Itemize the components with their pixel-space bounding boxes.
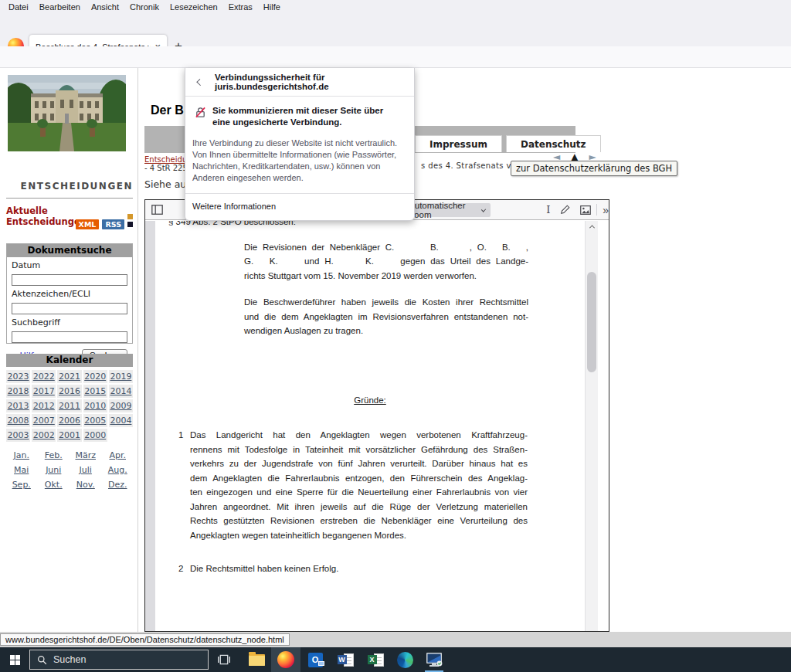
pdf-text-line: Die Rechtsmittel haben keinen Erfolg. <box>190 562 528 576</box>
calendar-year-link[interactable]: 2012 <box>32 399 56 412</box>
pdf-text-selection-tool[interactable]: I <box>546 205 550 215</box>
computer-icon <box>425 652 443 668</box>
calendar-year-link[interactable]: 2001 <box>57 429 81 442</box>
firefox-taskbar-button[interactable] <box>271 647 300 672</box>
search-field: Datum <box>7 257 132 286</box>
pdf-text-line: verkehrs zu der Jugendstrafe von fünf Ja… <box>190 456 528 471</box>
outlook-taskbar-button[interactable]: O <box>300 647 330 672</box>
calendar-year-link[interactable]: 2018 <box>6 385 30 398</box>
task-view-button[interactable] <box>209 647 239 672</box>
calendar-year-link[interactable]: 2009 <box>109 399 133 412</box>
calendar-year-link[interactable]: 2022 <box>32 370 56 383</box>
file-explorer-button[interactable] <box>242 647 271 672</box>
windows-taskbar: Suchen O W X <box>0 647 791 672</box>
pdf-text-line: dem Angeklagten die Fahrerlaubnis entzog… <box>190 471 528 486</box>
site-tab[interactable]: Datenschutz <box>506 135 601 152</box>
calendar-year-link[interactable]: 2003 <box>6 429 30 442</box>
calendar-month-link[interactable]: Juli <box>70 463 101 477</box>
datenschutz-tooltip: zur Datenschutzerklärung des BGH <box>511 161 677 176</box>
calendar-year-link[interactable]: 2004 <box>109 414 133 427</box>
search-icon <box>37 655 47 665</box>
pdf-scrollbar[interactable] <box>585 221 598 631</box>
calendar-year-link[interactable]: 2011 <box>57 399 81 412</box>
scrollbar-up-arrow[interactable] <box>586 221 598 232</box>
scrollbar-thumb[interactable] <box>587 272 596 372</box>
menu-item[interactable]: Extras <box>223 1 258 13</box>
calendar-year-link[interactable]: 2006 <box>57 414 81 427</box>
rss-feed-badge[interactable]: RSS <box>102 219 124 229</box>
pdf-text-line: und die dem Angeklagten im Revisionsverf… <box>244 310 528 324</box>
calendar-year-link[interactable]: 2007 <box>32 414 56 427</box>
menu-item[interactable]: Hilfe <box>258 1 286 13</box>
pdf-zoom-select[interactable]: Automatischer Zoom <box>403 203 491 217</box>
calendar-month-link[interactable]: Jan. <box>6 449 37 462</box>
toolbar-separator <box>596 204 597 216</box>
menu-item[interactable]: Lesezeichen <box>165 1 223 13</box>
more-information-link[interactable]: Weitere Informationen <box>185 194 414 220</box>
task-view-icon <box>218 654 230 665</box>
start-button[interactable] <box>0 647 29 672</box>
sidebar-rule <box>6 198 133 199</box>
paragraph-number: 1 <box>155 428 190 542</box>
calendar-year-link[interactable]: 2010 <box>83 399 107 412</box>
document-search-panel: Dokumentsuche Datum Aktenzeichen/ECLI Su… <box>6 243 133 344</box>
calendar-month-link[interactable]: Nov. <box>70 478 101 491</box>
calendar-month-link[interactable]: Sep. <box>6 478 37 491</box>
pdf-left-gutter <box>145 221 155 631</box>
xml-feed-badge[interactable]: XML <box>76 219 100 229</box>
calendar-year-link[interactable]: 2002 <box>32 429 56 442</box>
bgh-building-photo <box>8 75 126 151</box>
pdf-draw-tool[interactable] <box>560 205 570 215</box>
back-chevron-icon[interactable] <box>196 78 203 85</box>
search-field-input[interactable] <box>12 274 127 286</box>
calendar-month-link[interactable]: Feb. <box>39 449 70 462</box>
calendar-month-link[interactable]: März <box>70 449 101 462</box>
menu-item[interactable]: Chronik <box>124 1 165 13</box>
edge-icon <box>397 652 413 668</box>
excel-taskbar-button[interactable]: X <box>361 647 390 672</box>
calendar-month-link[interactable]: Okt. <box>39 478 70 491</box>
remote-desktop-taskbar-button[interactable] <box>419 647 449 672</box>
calendar-year-link[interactable]: 2019 <box>109 370 133 383</box>
site-tab[interactable]: Impressum <box>415 135 502 152</box>
outlook-icon: O <box>308 653 323 667</box>
calendar-title: Kalender <box>6 354 133 367</box>
calendar-year-link[interactable]: 2000 <box>83 429 107 442</box>
calendar-year-link[interactable]: 2014 <box>109 385 133 398</box>
document-title-fragment: s des 4. Strafsenats vo <box>421 161 516 170</box>
calendar-year-link[interactable]: 2023 <box>6 370 30 383</box>
windows-logo-icon <box>10 655 20 665</box>
calendar-year-link[interactable]: 2021 <box>57 370 81 383</box>
calendar-month-link[interactable]: Dez. <box>103 478 134 491</box>
document-search-title: Dokumentsuche <box>7 244 132 257</box>
pdf-image-tool[interactable] <box>580 205 591 215</box>
calendar-month-link[interactable]: Juni <box>39 463 70 477</box>
pdf-more-tools-button[interactable]: » <box>603 205 609 216</box>
calendar-year-link[interactable]: 2016 <box>57 385 81 398</box>
calendar-month-link[interactable]: Apr. <box>103 449 134 462</box>
search-field-input[interactable] <box>12 331 127 343</box>
calendar-month-link[interactable]: Mai <box>6 463 37 477</box>
taskbar-search-box[interactable]: Suchen <box>29 650 209 670</box>
calendar-year-link[interactable]: 2020 <box>83 370 107 383</box>
pdf-text-line: Die Beschwerdeführer haben jeweils die K… <box>244 295 528 310</box>
tab-bar: Beschluss des 4. Strafsenats vom 17. × + <box>0 14 791 46</box>
pdf-sidebar-toggle-button[interactable] <box>151 205 163 215</box>
calendar-year-link[interactable]: 2008 <box>6 414 30 427</box>
search-field: Suchbegriff <box>7 314 132 343</box>
menu-item[interactable]: Ansicht <box>86 1 124 13</box>
calendar-year-link[interactable]: 2015 <box>83 385 107 398</box>
edge-taskbar-button[interactable] <box>390 647 419 672</box>
word-taskbar-button[interactable]: W <box>331 647 360 672</box>
calendar-year-link[interactable]: 2013 <box>6 399 30 412</box>
calendar-year-link[interactable]: 2017 <box>32 385 56 398</box>
menu-item[interactable]: Datei <box>3 1 34 13</box>
calendar-month-link[interactable]: Aug. <box>103 463 134 477</box>
search-field-input[interactable] <box>12 303 127 314</box>
menu-item[interactable]: Bearbeiten <box>34 1 86 13</box>
pdf-gruende-heading: Gründe: <box>155 393 585 408</box>
menu-bar: DateiBearbeitenAnsichtChronikLesezeichen… <box>0 0 791 14</box>
pdf-text-line: richts Stuttgart vom 15. November 2019 w… <box>244 269 528 283</box>
calendar-year-link[interactable]: 2005 <box>83 414 107 427</box>
popup-title: Verbindungssicherheit für juris.bundesge… <box>215 73 402 91</box>
